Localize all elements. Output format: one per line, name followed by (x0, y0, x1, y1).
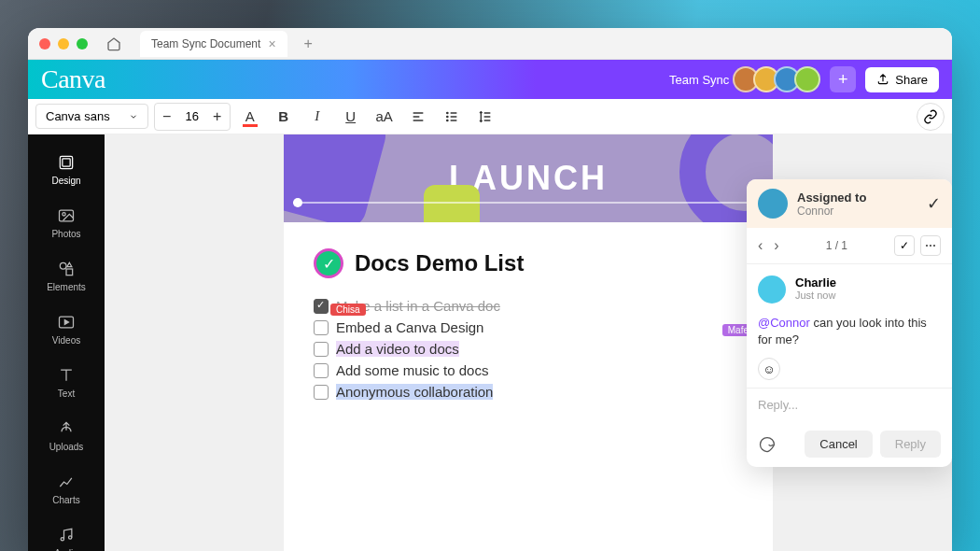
sidebar-item-audio[interactable]: Audio (28, 518, 105, 551)
svg-point-4 (446, 116, 447, 117)
chevron-down-icon (129, 112, 138, 121)
checkbox[interactable] (314, 385, 329, 400)
audio-icon (57, 526, 76, 544)
todo-text: Add some music to docs (336, 362, 488, 378)
reply-button[interactable]: Reply (880, 431, 941, 458)
svg-point-3 (446, 112, 447, 113)
sidebar-item-label: Design (51, 176, 80, 186)
resolve-check-icon[interactable]: ✓ (927, 193, 941, 214)
font-size-value[interactable]: 16 (179, 109, 205, 123)
svg-point-16 (60, 262, 66, 269)
comment-author: Charlie (795, 276, 941, 290)
todo-item[interactable]: Chisa Embed a Canva Design (314, 317, 743, 338)
list-button[interactable] (438, 103, 466, 131)
more-options-icon[interactable]: ⋯ (920, 235, 941, 256)
link-button[interactable] (917, 103, 945, 131)
sidebar-item-charts[interactable]: Charts (28, 465, 105, 513)
svg-point-20 (69, 536, 72, 539)
hero-image[interactable]: LAUNCH (284, 134, 773, 222)
cursor-tag-chisa: Chisa (330, 304, 366, 316)
text-icon (57, 366, 76, 385)
tab-title: Team Sync Document (151, 37, 260, 50)
text-case-button[interactable]: aA (371, 103, 399, 131)
font-family-select[interactable]: Canva sans (35, 104, 148, 129)
svg-point-19 (61, 538, 63, 541)
checkbox[interactable] (314, 320, 329, 335)
assigned-to-label: Assigned to (797, 191, 917, 205)
minimize-window-button[interactable] (58, 38, 69, 49)
collaborator-avatars[interactable] (738, 66, 820, 92)
reply-input[interactable]: Reply... (747, 388, 952, 421)
upload-icon (876, 73, 889, 86)
slider-thumb[interactable] (293, 198, 302, 207)
next-comment-icon[interactable]: › (774, 237, 778, 254)
checkbox[interactable] (314, 363, 329, 378)
avatar[interactable] (794, 66, 820, 92)
increase-font-button[interactable]: + (205, 104, 230, 130)
elements-icon (57, 260, 76, 278)
sidebar-item-label: Charts (52, 495, 79, 505)
svg-point-5 (446, 120, 447, 120)
uploads-icon (57, 419, 76, 438)
assignee-name: Connor (797, 205, 917, 218)
svg-point-15 (63, 213, 65, 216)
share-label: Share (895, 73, 928, 87)
team-name-label: Team Sync (669, 73, 729, 87)
todo-item[interactable]: Mafe Add a video to docs (314, 338, 743, 360)
close-window-button[interactable] (39, 38, 50, 49)
todo-text: Embed a Canva Design (336, 319, 483, 335)
sticker-icon[interactable] (758, 435, 777, 454)
cancel-button[interactable]: Cancel (805, 431, 872, 458)
sidebar-item-videos[interactable]: Videos (28, 305, 105, 353)
mention[interactable]: @Connor (758, 316, 810, 330)
add-collaborator-button[interactable]: + (830, 66, 856, 92)
browser-tab[interactable]: Team Sync Document × (140, 31, 287, 57)
prev-comment-icon[interactable]: ‹ (758, 237, 763, 254)
canvas-area: LAUNCH ✓ Docs Demo List Make a list in a… (105, 134, 952, 551)
resolve-button[interactable]: ✓ (894, 235, 915, 256)
close-tab-icon[interactable]: × (268, 36, 275, 51)
comment-author-avatar (758, 276, 786, 304)
text-color-button[interactable]: A (236, 103, 264, 131)
canva-logo[interactable]: Canva (41, 64, 105, 94)
comment-assigned-header: Assigned to Connor ✓ (747, 179, 952, 228)
checkbox[interactable] (314, 342, 329, 357)
italic-button[interactable]: I (303, 103, 331, 131)
todo-item[interactable]: Anonymous collaboration (314, 381, 743, 403)
svg-rect-17 (66, 269, 73, 276)
align-button[interactable] (404, 103, 432, 131)
todo-item[interactable]: Make a list in a Canva doc (314, 295, 743, 317)
sidebar-item-text[interactable]: Text (28, 359, 105, 406)
sidebar-item-uploads[interactable]: Uploads (28, 412, 105, 459)
decrease-font-button[interactable]: − (155, 104, 179, 130)
app-header: Canva Team Sync + Share (28, 60, 952, 99)
comment-count: 1 / 1 (826, 239, 847, 252)
list-title[interactable]: Docs Demo List (355, 250, 524, 276)
maximize-window-button[interactable] (77, 38, 88, 49)
comment-nav: ‹ › 1 / 1 ✓ ⋯ (747, 228, 952, 264)
comment-body: @Connor can you look into this for me? (747, 315, 952, 358)
sidebar-item-design[interactable]: Design (28, 146, 105, 193)
sidebar-item-label: Photos (51, 229, 80, 239)
spacing-button[interactable] (471, 103, 499, 131)
left-sidebar: Design Photos Elements Videos Text Uploa… (28, 134, 105, 551)
checkbox[interactable] (314, 299, 329, 314)
svg-rect-13 (63, 159, 70, 166)
add-reaction-icon[interactable]: ☺ (758, 358, 780, 380)
document[interactable]: LAUNCH ✓ Docs Demo List Make a list in a… (284, 134, 773, 551)
charts-icon (57, 473, 76, 491)
bold-button[interactable]: B (270, 103, 298, 131)
photos-icon (57, 206, 76, 225)
sidebar-item-photos[interactable]: Photos (28, 199, 105, 247)
design-icon (57, 153, 76, 172)
home-icon[interactable] (103, 33, 125, 55)
todo-text: Add a video to docs (336, 341, 459, 357)
new-tab-button[interactable]: + (304, 35, 313, 52)
underline-button[interactable]: U (337, 103, 365, 131)
comment-time: Just now (795, 290, 941, 301)
share-button[interactable]: Share (865, 67, 939, 92)
todo-item[interactable]: Add some music to docs Charlie (314, 360, 743, 381)
sidebar-item-label: Text (58, 389, 75, 399)
sidebar-item-label: Uploads (49, 442, 84, 452)
sidebar-item-elements[interactable]: Elements (28, 252, 105, 300)
